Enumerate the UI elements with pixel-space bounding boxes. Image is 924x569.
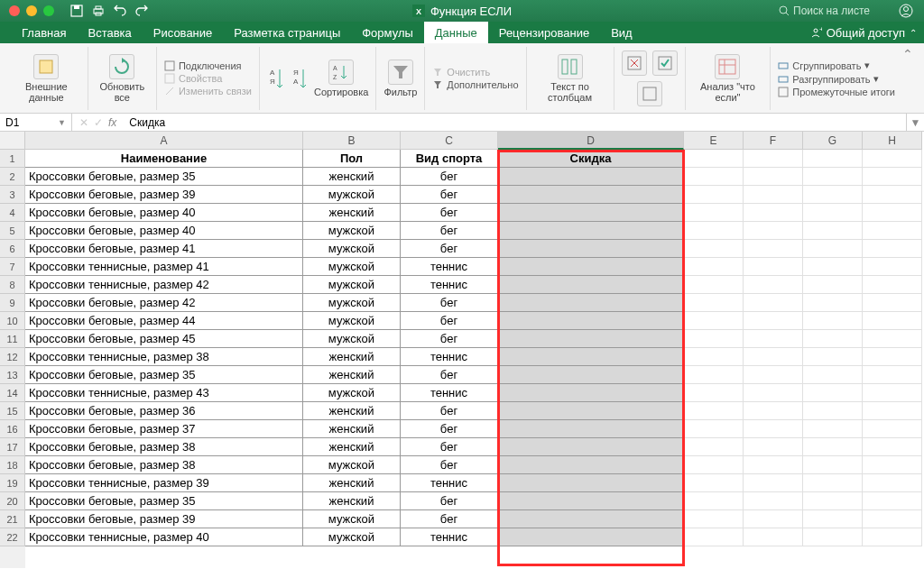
sort-button[interactable]: АZ Сортировка	[314, 60, 368, 97]
col-header-a[interactable]: A	[25, 132, 303, 150]
cell[interactable]	[498, 456, 684, 474]
row-header[interactable]: 17	[0, 438, 25, 456]
cell[interactable]	[744, 222, 803, 240]
cell[interactable]	[684, 294, 744, 312]
undo-icon[interactable]	[114, 5, 126, 17]
cell[interactable]: теннис	[401, 258, 498, 276]
row-header[interactable]: 19	[0, 474, 25, 492]
cell[interactable]	[744, 402, 803, 420]
cell[interactable]	[498, 366, 684, 384]
close-window-icon[interactable]	[9, 5, 20, 16]
cell[interactable]	[498, 294, 684, 312]
cell[interactable]	[684, 222, 744, 240]
cell[interactable]	[498, 438, 684, 456]
cell[interactable]: бег	[401, 294, 498, 312]
cell[interactable]: мужской	[303, 222, 401, 240]
cell[interactable]: бег	[401, 492, 498, 510]
cell[interactable]: бег	[401, 240, 498, 258]
cell[interactable]: теннис	[401, 528, 498, 546]
row-header[interactable]: 12	[0, 348, 25, 366]
ungroup-button[interactable]: Разгруппировать ▾	[778, 73, 895, 85]
cell[interactable]	[863, 312, 922, 330]
cell[interactable]	[684, 168, 744, 186]
cell[interactable]: женский	[303, 492, 401, 510]
cell[interactable]	[684, 312, 744, 330]
cell[interactable]: бег	[401, 456, 498, 474]
col-header-e[interactable]: E	[684, 132, 744, 150]
cell[interactable]	[498, 528, 684, 546]
row-header[interactable]: 8	[0, 276, 25, 294]
text-to-columns-button[interactable]: Текст по столбцам	[534, 54, 606, 103]
cell[interactable]	[684, 276, 744, 294]
row-header[interactable]: 10	[0, 312, 25, 330]
tab-home[interactable]: Главная	[11, 22, 77, 43]
cell[interactable]	[498, 312, 684, 330]
cell[interactable]	[684, 150, 744, 168]
cell[interactable]: Кроссовки беговые, размер 36	[25, 402, 303, 420]
cell[interactable]: женский	[303, 348, 401, 366]
cell[interactable]: мужской	[303, 312, 401, 330]
cell[interactable]: бег	[401, 312, 498, 330]
cell[interactable]	[684, 474, 744, 492]
cell[interactable]	[803, 366, 863, 384]
cell[interactable]	[863, 330, 922, 348]
row-header[interactable]: 9	[0, 294, 25, 312]
cell[interactable]	[684, 420, 744, 438]
cell[interactable]	[744, 204, 803, 222]
cell[interactable]: Кроссовки беговые, размер 38	[25, 456, 303, 474]
cell[interactable]: женский	[303, 366, 401, 384]
row-header[interactable]: 18	[0, 456, 25, 474]
subtotal-button[interactable]: Промежуточные итоги	[778, 87, 895, 97]
row-header[interactable]: 6	[0, 240, 25, 258]
cell[interactable]	[803, 168, 863, 186]
cell[interactable]	[744, 294, 803, 312]
cell[interactable]	[803, 492, 863, 510]
cell[interactable]	[744, 240, 803, 258]
consolidate-icon[interactable]	[637, 81, 662, 106]
cell[interactable]	[684, 186, 744, 204]
cell[interactable]	[863, 240, 922, 258]
cell[interactable]	[684, 438, 744, 456]
cell[interactable]	[498, 204, 684, 222]
cell[interactable]	[803, 402, 863, 420]
cell[interactable]: Кроссовки теннисные, размер 42	[25, 276, 303, 294]
cell[interactable]: женский	[303, 474, 401, 492]
cell[interactable]	[803, 456, 863, 474]
cell[interactable]: мужской	[303, 528, 401, 546]
cell[interactable]: Кроссовки беговые, размер 45	[25, 330, 303, 348]
cell[interactable]	[684, 384, 744, 402]
sort-za-button[interactable]: ЯА	[291, 66, 309, 91]
cell[interactable]	[744, 492, 803, 510]
cell[interactable]	[863, 150, 922, 168]
cell[interactable]	[803, 258, 863, 276]
row-header[interactable]: 11	[0, 330, 25, 348]
cell[interactable]: бег	[401, 222, 498, 240]
cell[interactable]	[803, 312, 863, 330]
cell[interactable]	[803, 420, 863, 438]
cell[interactable]: теннис	[401, 276, 498, 294]
cell[interactable]: Кроссовки теннисные, размер 39	[25, 474, 303, 492]
cell[interactable]	[684, 402, 744, 420]
maximize-window-icon[interactable]	[43, 5, 54, 16]
cell[interactable]: женский	[303, 402, 401, 420]
cell[interactable]	[803, 150, 863, 168]
cell[interactable]: Кроссовки теннисные, размер 41	[25, 258, 303, 276]
cell[interactable]: бег	[401, 510, 498, 528]
row-header[interactable]: 22	[0, 528, 25, 546]
cell[interactable]	[863, 384, 922, 402]
filter-button[interactable]: Фильтр	[383, 60, 417, 97]
cell[interactable]	[803, 330, 863, 348]
cell[interactable]	[863, 222, 922, 240]
cell[interactable]	[498, 240, 684, 258]
cell[interactable]	[498, 384, 684, 402]
tab-view[interactable]: Вид	[600, 22, 643, 43]
cell[interactable]	[863, 438, 922, 456]
cell[interactable]	[498, 258, 684, 276]
col-header-h[interactable]: H	[863, 132, 922, 150]
tab-formulas[interactable]: Формулы	[351, 22, 424, 43]
cancel-formula-icon[interactable]: ✕	[79, 116, 88, 129]
cell[interactable]	[744, 330, 803, 348]
row-header[interactable]: 1	[0, 150, 25, 168]
cell[interactable]	[744, 312, 803, 330]
cell[interactable]	[684, 510, 744, 528]
